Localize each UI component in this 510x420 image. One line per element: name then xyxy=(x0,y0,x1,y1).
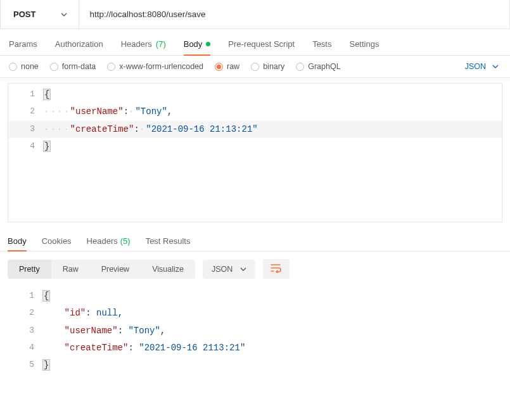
response-tab-testresults[interactable]: Test Results xyxy=(146,236,191,251)
json-value: "Tony" xyxy=(128,326,160,336)
json-key: "createTime" xyxy=(70,124,134,134)
tab-prerequest[interactable]: Pre-request Script xyxy=(228,39,295,55)
response-body-editor[interactable]: 1 { 2 "id": null, 3 "userName": "Tony", … xyxy=(8,285,502,374)
tab-headers[interactable]: Headers (7) xyxy=(121,39,166,55)
response-tabs: Body Cookies Headers (5) Test Results xyxy=(0,222,510,251)
tab-params[interactable]: Params xyxy=(9,39,37,55)
json-value: "Tony" xyxy=(135,106,167,117)
tab-body-label: Body xyxy=(184,39,203,49)
json-value: null xyxy=(96,308,118,318)
resp-line-2: "id": null, xyxy=(43,305,502,322)
dot-indicator-icon xyxy=(206,42,210,46)
response-tab-headers-count: (5) xyxy=(120,236,131,246)
json-value: "2021-09-16 21:13:21" xyxy=(146,124,257,134)
response-tab-headers-label: Headers xyxy=(87,236,118,246)
response-tab-cookies-label: Cookies xyxy=(42,236,72,246)
body-type-raw[interactable]: raw xyxy=(215,62,239,71)
radio-icon xyxy=(251,63,259,71)
resp-line-1: { xyxy=(43,288,502,305)
body-type-binary[interactable]: binary xyxy=(251,62,284,71)
body-type-graphql[interactable]: GraphQL xyxy=(296,62,340,71)
code-line-2: ····"userName":·"Tony", xyxy=(44,103,502,120)
chevron-down-icon xyxy=(61,11,67,18)
brace-open: { xyxy=(44,89,50,99)
radio-icon xyxy=(9,63,17,71)
tab-settings[interactable]: Settings xyxy=(349,39,379,55)
view-mode-raw[interactable]: Raw xyxy=(51,260,90,279)
body-type-urlencoded-label: x-www-form-urlencoded xyxy=(119,62,203,71)
line-number: 4 xyxy=(8,340,43,357)
line-number: 1 xyxy=(8,288,43,305)
request-tabs: Params Authorization Headers (7) Body Pr… xyxy=(0,29,510,56)
line-number: 4 xyxy=(8,138,44,155)
request-url-text: http://localhost:8080/user/save xyxy=(89,10,205,19)
body-type-graphql-label: GraphQL xyxy=(308,62,340,71)
body-type-formdata-label: form-data xyxy=(62,62,96,71)
response-tab-body[interactable]: Body xyxy=(8,236,27,251)
body-type-none[interactable]: none xyxy=(9,62,39,71)
brace-open: { xyxy=(43,291,49,301)
tab-prerequest-label: Pre-request Script xyxy=(228,39,295,49)
line-number: 2 xyxy=(8,103,44,120)
tab-settings-label: Settings xyxy=(349,39,379,49)
radio-icon xyxy=(50,63,58,71)
view-mode-preview-label: Preview xyxy=(101,265,129,274)
json-key: "createTime" xyxy=(65,343,129,353)
http-method-selector[interactable]: POST xyxy=(1,0,79,29)
response-tab-headers[interactable]: Headers (5) xyxy=(87,236,131,251)
request-url-input[interactable]: http://localhost:8080/user/save xyxy=(79,0,509,29)
tab-body[interactable]: Body xyxy=(184,39,211,55)
view-mode-pretty-label: Pretty xyxy=(19,265,40,274)
response-language-selector[interactable]: JSON xyxy=(203,260,255,279)
resp-line-4: "createTime": "2021-09-16 2113:21" xyxy=(43,340,502,357)
view-mode-pretty[interactable]: Pretty xyxy=(8,260,51,279)
body-type-urlencoded[interactable]: x-www-form-urlencoded xyxy=(107,62,203,71)
code-line-4: } xyxy=(44,138,502,155)
tab-tests[interactable]: Tests xyxy=(312,39,331,55)
wrap-lines-button[interactable] xyxy=(263,259,290,279)
view-mode-visualize[interactable]: Visualize xyxy=(141,260,195,279)
resp-line-5: } xyxy=(43,357,502,374)
code-line-1: { xyxy=(44,86,502,103)
response-language-label: JSON xyxy=(212,265,233,274)
chevron-down-icon xyxy=(492,63,499,70)
brace-close: } xyxy=(44,141,50,151)
response-tab-cookies[interactable]: Cookies xyxy=(42,236,72,251)
chevron-down-icon xyxy=(240,266,246,272)
line-number: 3 xyxy=(8,121,44,138)
json-key: "id" xyxy=(65,308,86,318)
request-body-editor[interactable]: 1 { 2 ····"userName":·"Tony", 3 ····"cre… xyxy=(8,83,502,222)
wrap-icon xyxy=(271,263,282,275)
radio-icon xyxy=(107,63,115,71)
body-language-selector[interactable]: JSON xyxy=(465,62,501,71)
json-key: "userName" xyxy=(65,326,118,336)
tab-authorization-label: Authorization xyxy=(55,39,103,49)
brace-close: } xyxy=(43,360,49,370)
code-line-3: ····"createTime":·"2021-09-16 21:13:21" xyxy=(44,121,502,138)
response-tab-testresults-label: Test Results xyxy=(146,236,191,246)
json-key: "userName" xyxy=(70,106,124,117)
body-type-row: none form-data x-www-form-urlencoded raw… xyxy=(0,56,510,78)
line-number: 2 xyxy=(8,305,43,322)
radio-icon xyxy=(296,63,304,71)
line-number: 3 xyxy=(8,322,43,340)
body-type-none-label: none xyxy=(21,62,39,71)
response-tab-body-label: Body xyxy=(8,236,27,246)
tab-authorization[interactable]: Authorization xyxy=(55,39,103,55)
tab-headers-count: (7) xyxy=(156,39,166,49)
resp-line-3: "userName": "Tony", xyxy=(43,322,502,340)
response-view-row: Pretty Raw Preview Visualize JSON xyxy=(0,251,510,283)
tab-tests-label: Tests xyxy=(312,39,331,49)
json-value: "2021-09-16 2113:21" xyxy=(139,343,245,353)
body-language-label: JSON xyxy=(465,62,486,71)
view-mode-preview[interactable]: Preview xyxy=(90,260,141,279)
tab-params-label: Params xyxy=(9,39,37,49)
body-type-binary-label: binary xyxy=(263,62,284,71)
view-mode-visualize-label: Visualize xyxy=(152,265,184,274)
view-mode-raw-label: Raw xyxy=(63,265,79,274)
body-type-raw-label: raw xyxy=(227,62,239,71)
request-url-bar: POST http://localhost:8080/user/save xyxy=(0,0,510,29)
body-type-formdata[interactable]: form-data xyxy=(50,62,96,71)
radio-checked-icon xyxy=(215,63,223,71)
view-mode-segmented: Pretty Raw Preview Visualize xyxy=(8,260,195,279)
